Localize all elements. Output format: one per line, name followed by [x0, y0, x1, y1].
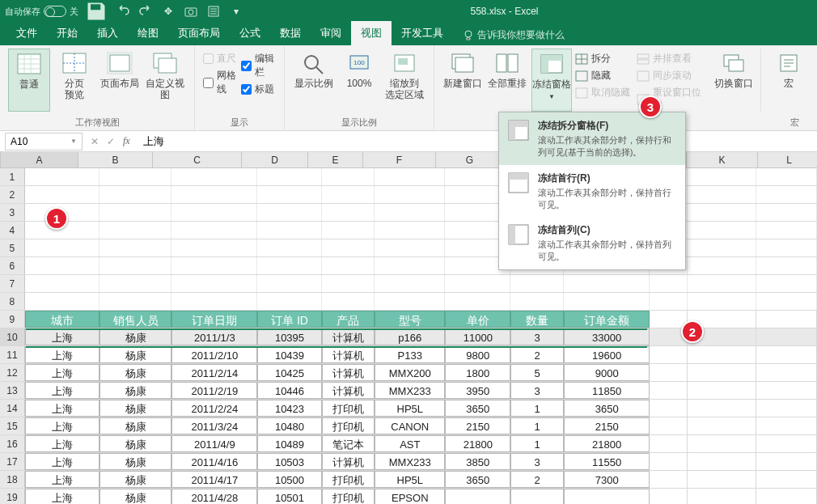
cell[interactable]: [756, 328, 817, 345]
cell[interactable]: [99, 257, 171, 274]
cell[interactable]: [688, 453, 756, 470]
cell[interactable]: 杨康: [99, 328, 171, 345]
col-header-G[interactable]: G: [436, 152, 504, 167]
cell[interactable]: p166: [375, 328, 445, 345]
cell[interactable]: HP5L: [375, 471, 445, 488]
cell[interactable]: 2011/4/16: [171, 453, 257, 470]
cell[interactable]: [322, 257, 375, 274]
cell[interactable]: 杨康: [99, 489, 171, 504]
row-header-15[interactable]: 15: [0, 417, 25, 434]
cell[interactable]: [171, 293, 257, 310]
cell[interactable]: 7300: [564, 471, 650, 488]
cell[interactable]: 2011/2/19: [171, 382, 257, 399]
cell[interactable]: 杨康: [99, 453, 171, 470]
cell[interactable]: 杨康: [99, 417, 171, 434]
new-window-button[interactable]: 新建窗口: [442, 49, 484, 112]
cell[interactable]: [445, 293, 510, 310]
cell[interactable]: [650, 382, 687, 399]
cell[interactable]: 9000: [564, 364, 650, 381]
cell[interactable]: [756, 222, 817, 239]
cell[interactable]: [650, 435, 687, 452]
cell[interactable]: 10446: [257, 382, 321, 399]
cell[interactable]: [756, 293, 817, 310]
cell[interactable]: [375, 257, 445, 274]
cell[interactable]: [650, 471, 687, 488]
cell[interactable]: [257, 222, 321, 239]
cell[interactable]: [650, 489, 687, 504]
cell[interactable]: 3950: [445, 382, 510, 399]
row-header-6[interactable]: 6: [0, 257, 25, 274]
cell[interactable]: 1: [510, 400, 564, 417]
cell[interactable]: [171, 204, 257, 221]
cell[interactable]: [564, 489, 650, 504]
cell[interactable]: [99, 275, 171, 292]
cell[interactable]: [510, 489, 564, 504]
cell[interactable]: [564, 275, 650, 292]
cell[interactable]: 打印机: [322, 417, 375, 434]
cell[interactable]: 数量: [510, 311, 564, 328]
cell[interactable]: 2011/4/17: [171, 471, 257, 488]
tab-插入[interactable]: 插入: [87, 21, 128, 45]
freeze-menu-item-0[interactable]: 冻结拆分窗格(F)滚动工作表其余部分时，保持行和列可见(基于当前的选择)。: [499, 112, 685, 165]
tab-文件[interactable]: 文件: [6, 21, 47, 45]
autosave-toggle[interactable]: 自动保存 关: [5, 2, 78, 20]
cell[interactable]: 10500: [257, 471, 321, 488]
cell[interactable]: [171, 239, 257, 256]
cell[interactable]: [650, 293, 688, 310]
cell[interactable]: [99, 222, 171, 239]
cell[interactable]: 打印机: [322, 471, 375, 488]
arrange-all-button[interactable]: 全部重排: [487, 49, 528, 112]
cell[interactable]: MMX233: [375, 382, 445, 399]
cell[interactable]: 9800: [445, 346, 510, 363]
row-header-12[interactable]: 12: [0, 364, 25, 381]
cell[interactable]: [688, 204, 756, 221]
cell[interactable]: [322, 293, 375, 310]
row-header-17[interactable]: 17: [0, 453, 25, 470]
cell[interactable]: 11850: [564, 382, 650, 399]
macros-button[interactable]: 宏: [768, 49, 809, 112]
cell[interactable]: [756, 257, 817, 274]
check-gridlines[interactable]: 网格线: [203, 69, 238, 96]
cell[interactable]: 11000: [445, 328, 510, 345]
cell[interactable]: 订单金额: [564, 311, 650, 328]
cell[interactable]: [257, 293, 321, 310]
split-button[interactable]: 拆分: [575, 52, 633, 66]
cell[interactable]: [756, 239, 817, 256]
cell[interactable]: [688, 257, 756, 274]
cell[interactable]: 杨康: [99, 471, 171, 488]
cell[interactable]: [171, 222, 257, 239]
cell[interactable]: [375, 293, 445, 310]
tab-审阅[interactable]: 审阅: [311, 21, 351, 45]
cell[interactable]: [688, 489, 756, 504]
cell[interactable]: 2011/3/24: [171, 417, 257, 434]
cell[interactable]: [756, 311, 817, 328]
cell[interactable]: 10480: [257, 417, 321, 434]
cell[interactable]: 订单日期: [171, 311, 257, 328]
cell[interactable]: [25, 293, 100, 310]
cell[interactable]: [99, 168, 171, 185]
cell[interactable]: [650, 453, 687, 470]
check-headings[interactable]: 标题: [241, 83, 276, 96]
cell[interactable]: [322, 239, 375, 256]
cell[interactable]: [375, 204, 445, 221]
col-header-B[interactable]: B: [78, 152, 153, 167]
row-header-11[interactable]: 11: [0, 346, 25, 363]
cell[interactable]: 2011/2/10: [171, 346, 257, 363]
cell[interactable]: P133: [375, 346, 445, 363]
view-normal-button[interactable]: 普通: [8, 49, 50, 112]
touch-mode-icon[interactable]: ✥: [159, 2, 177, 20]
cell[interactable]: 销售人员: [99, 311, 171, 328]
cell[interactable]: 3650: [445, 400, 510, 417]
cell[interactable]: 1: [510, 435, 564, 452]
cell[interactable]: 计算机: [322, 364, 375, 381]
cell[interactable]: [756, 435, 817, 452]
cell[interactable]: 2150: [564, 417, 650, 434]
row-header-9[interactable]: 9: [0, 311, 25, 328]
cell[interactable]: 打印机: [322, 400, 375, 417]
row-header-2[interactable]: 2: [0, 186, 25, 203]
cell[interactable]: 10425: [257, 364, 321, 381]
undo-icon[interactable]: [114, 2, 132, 20]
cell[interactable]: [510, 293, 564, 310]
cell[interactable]: 打印机: [322, 489, 375, 504]
cell[interactable]: 2011/4/28: [171, 489, 257, 504]
